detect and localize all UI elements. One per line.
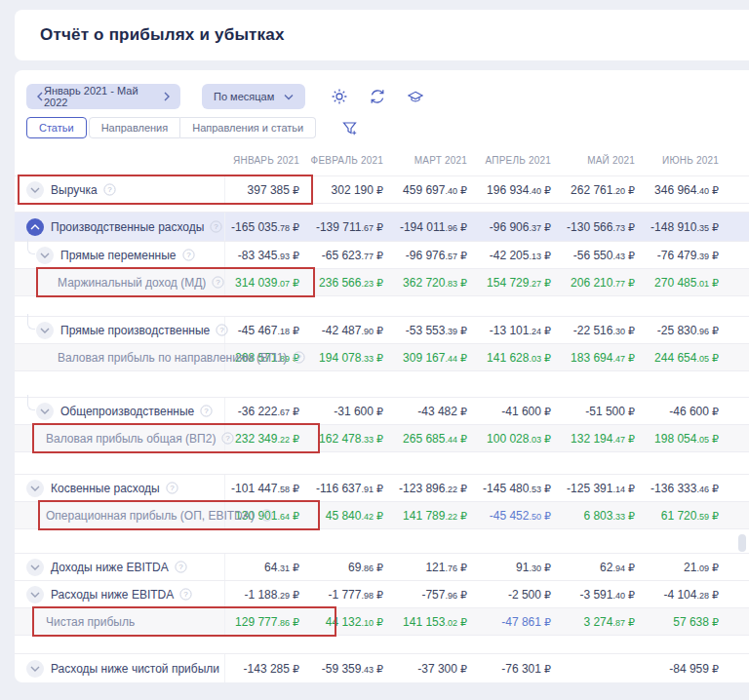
table-row: Прямые производственные?-45 467.18 ₽-42 … (15, 317, 749, 344)
help-icon[interactable]: ? (182, 249, 195, 261)
help-icon[interactable]: ? (260, 509, 273, 522)
period-prev-icon[interactable] (36, 92, 44, 101)
tab-1[interactable]: Статьи (26, 117, 87, 138)
value-cell: 236 566.23 ₽ (309, 276, 393, 290)
report-panel: Январь 2021 - Май 2022 По месяцам Статьи… (15, 70, 749, 682)
help-icon[interactable]: ? (175, 561, 187, 573)
table-row: Доходы ниже EBITDA?64.31 ₽69.86 ₽121.76 … (15, 554, 749, 581)
period-label: Январь 2021 - Май 2022 (44, 85, 163, 108)
expand-toggle-icon[interactable] (26, 660, 44, 678)
value-cell: -76 301 ₽ (477, 662, 561, 676)
help-icon[interactable]: ? (210, 220, 222, 233)
value-cell: 314 039.07 ₽ (225, 276, 309, 290)
svg-text:?: ? (264, 511, 269, 520)
settings-icon[interactable] (331, 88, 348, 105)
svg-text:?: ? (205, 407, 210, 415)
table-row: Операционная прибыль (ОП, EBITDA)?130 90… (15, 502, 749, 529)
expand-toggle-icon[interactable] (36, 247, 54, 264)
value-cell: 302 190 ₽ (309, 183, 393, 197)
row-label: Расходы ниже чистой прибыли (51, 662, 219, 676)
value-cell: 232 349.22 ₽ (225, 432, 309, 446)
value-cell: -2 500 ₽ (477, 588, 561, 602)
scrollbar-thumb[interactable] (738, 534, 746, 552)
expand-toggle-icon[interactable] (26, 480, 44, 497)
value-cell: -84 959 ₽ (645, 662, 729, 676)
value-cell: -136 333.46 ₽ (645, 482, 729, 495)
help-icon[interactable]: ? (179, 588, 192, 601)
tab-3[interactable]: Направления и статьи (180, 117, 316, 138)
expand-toggle-icon[interactable] (26, 559, 44, 576)
row-label-cell: Операционная прибыль (ОП, EBITDA)? (15, 502, 225, 528)
row-label-cell: Общепроизводственные? (15, 398, 225, 424)
column-header: ИЮНЬ 2021 (645, 155, 729, 166)
filter-plus-icon[interactable] (341, 120, 358, 136)
help-icon[interactable]: ? (103, 183, 116, 196)
value-cell: -43 482 ₽ (393, 405, 477, 418)
table-row: Маржинальный доход (МД)?314 039.07 ₽236 … (15, 269, 749, 296)
value-cell: -125 391.14 ₽ (561, 482, 645, 495)
collapse-toggle-icon[interactable] (26, 218, 44, 236)
granularity-dropdown[interactable]: По месяцам (202, 84, 305, 109)
help-icon[interactable]: ? (166, 482, 178, 494)
value-cell: -45 467.18 ₽ (225, 324, 309, 337)
value-cell: 270 485.01 ₽ (645, 276, 729, 290)
tree-connector (27, 395, 35, 410)
svg-text:?: ? (178, 563, 183, 571)
period-selector[interactable]: Январь 2021 - Май 2022 (26, 84, 180, 109)
value-cell: -13 101.24 ₽ (477, 324, 561, 337)
help-icon[interactable]: ? (200, 405, 213, 417)
value-cell: -31 600 ₽ (309, 405, 393, 418)
value-cell: -36 222.67 ₽ (225, 405, 309, 418)
value-cell: 183 694.47 ₽ (561, 351, 645, 365)
value-cell: 397 385 ₽ (225, 183, 309, 197)
row-label-cell: Валовая прибыль общая (ВП2)? (15, 425, 225, 451)
value-cell: 44 132.10 ₽ (309, 615, 393, 629)
tab-2[interactable]: Направления (89, 117, 181, 138)
period-next-icon[interactable] (163, 92, 171, 101)
refresh-icon[interactable] (369, 88, 386, 105)
value-cell: 162 478.33 ₽ (309, 432, 393, 446)
svg-text:?: ? (170, 484, 175, 492)
table-row: Общепроизводственные?-36 222.67 ₽-31 600… (15, 398, 749, 425)
help-icon[interactable]: ? (216, 324, 228, 336)
page-header: Отчёт о прибылях и убытках (15, 10, 749, 60)
graduation-cap-icon[interactable] (407, 88, 424, 105)
svg-text:?: ? (186, 251, 191, 259)
value-cell: 459 697.40 ₽ (393, 183, 477, 197)
value-cell: 206 210.77 ₽ (561, 276, 645, 290)
value-cell: -1 188.29 ₽ (225, 588, 309, 602)
expand-toggle-icon[interactable] (26, 586, 44, 603)
value-cell: 6 803.33 ₽ (561, 509, 645, 523)
granularity-label: По месяцам (214, 91, 274, 102)
value-cell: -148 910.35 ₽ (645, 220, 729, 234)
value-cell: 91.30 ₽ (477, 561, 561, 574)
value-cell: 64.31 ₽ (225, 561, 309, 574)
help-icon[interactable]: ? (221, 432, 234, 445)
help-icon[interactable]: ? (293, 351, 305, 364)
value-cell: 194 078.33 ₽ (309, 351, 393, 365)
expand-toggle-icon[interactable] (36, 403, 54, 420)
row-label: Маржинальный доход (МД) (58, 276, 206, 290)
expand-toggle-icon[interactable] (36, 322, 54, 339)
help-icon[interactable]: ? (212, 276, 224, 289)
value-cell: -116 637.91 ₽ (309, 482, 393, 495)
svg-text:?: ? (226, 434, 231, 443)
row-label: Прямые переменные (60, 249, 177, 262)
svg-text:?: ? (217, 278, 221, 287)
value-cell: 154 729.27 ₽ (477, 276, 561, 290)
table-row: Прямые переменные?-83 345.93 ₽-65 623.77… (15, 242, 749, 269)
row-label: Косвенные расходы (51, 482, 160, 495)
expand-toggle-icon[interactable] (26, 181, 44, 199)
row-label: Валовая прибыль по направлениям (ВП1) (58, 351, 287, 365)
tree-connector (27, 239, 35, 254)
value-cell: 244 654.05 ₽ (645, 351, 729, 365)
row-label: Чистая прибыль (46, 615, 135, 629)
value-cell: -42 205.13 ₽ (477, 249, 561, 262)
svg-text:?: ? (184, 590, 189, 599)
group-spacer (15, 452, 749, 474)
group-spacer (15, 529, 749, 553)
value-cell: -22 516.30 ₽ (561, 324, 645, 337)
value-cell: -83 345.93 ₽ (225, 249, 309, 262)
table-header: ЯНВАРЬ 2021ФЕВРАЛЬ 2021МАРТ 2021АПРЕЛЬ 2… (15, 144, 749, 175)
value-cell: 62.94 ₽ (561, 561, 645, 574)
